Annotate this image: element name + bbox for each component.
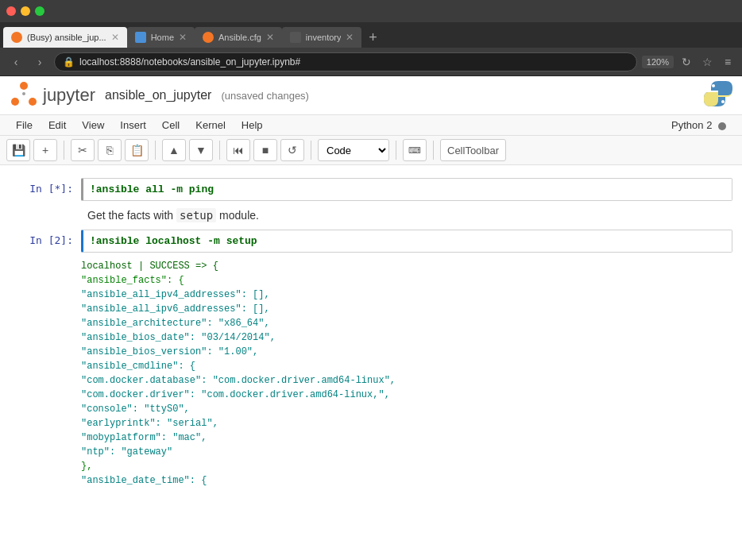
tab-close-inventory[interactable]: ✕ (346, 32, 354, 43)
browser-window: (Busy) ansible_jup... ✕ Home ✕ Ansible.c… (0, 0, 742, 76)
tab-jupyter[interactable]: (Busy) ansible_jup... ✕ (3, 27, 127, 48)
cell-type-select[interactable]: Code (318, 139, 389, 161)
cell-text-container: Get the facts with setup module. (0, 204, 742, 226)
address-bar: ‹ › 🔒 localhost:8888/notebooks/ansible_o… (0, 48, 742, 76)
output-prompt (10, 256, 81, 491)
toolbar-separator-3 (219, 141, 220, 160)
menu-file[interactable]: File (10, 117, 39, 133)
tab-label-jupyter: (Busy) ansible_jup... (27, 33, 106, 42)
cell-1-container: In [*]: !ansible all -m ping (0, 178, 742, 201)
tab-ansible-cfg[interactable]: Ansible.cfg ✕ (195, 27, 282, 48)
tab-favicon-inventory (290, 32, 301, 43)
cell-1-code[interactable]: !ansible all -m ping (81, 178, 732, 201)
output-line-8: "com.docker.database": "com.docker.drive… (81, 373, 732, 388)
output-line-11: "earlyprintk": "serial", (81, 416, 732, 431)
cell-text-body: Get the facts with setup module. (81, 204, 732, 226)
jupyter-logo-text: jupyter (43, 85, 95, 106)
jupyter-app: jupyter ansible_on_jupyter (unsaved chan… (0, 76, 742, 560)
cell-2-container: In [2]: !ansible localhost -m setup (0, 230, 742, 253)
kernel-status-dot (718, 122, 726, 130)
kernel-label: Python 2 (665, 117, 732, 133)
cell-1-prompt: In [*]: (10, 178, 81, 201)
menu-view[interactable]: View (75, 117, 110, 133)
refresh-button[interactable]: ↻ (678, 54, 694, 70)
toolbar-separator-4 (311, 141, 311, 160)
back-button[interactable]: ‹ (6, 52, 25, 71)
toolbar-separator-1 (64, 141, 64, 160)
cell-text-prompt (10, 204, 81, 226)
menu-edit[interactable]: Edit (42, 117, 72, 133)
tabs-bar: (Busy) ansible_jup... ✕ Home ✕ Ansible.c… (0, 22, 742, 48)
cell-2-code[interactable]: !ansible localhost -m setup (81, 230, 732, 253)
move-up-button[interactable]: ▲ (162, 139, 186, 161)
tab-close-home[interactable]: ✕ (179, 32, 187, 43)
title-bar (0, 0, 742, 22)
tab-inventory[interactable]: inventory ✕ (282, 27, 362, 48)
tab-close-ansible-cfg[interactable]: ✕ (266, 32, 274, 43)
output-line-6: "ansible_bios_version": "1.00", (81, 345, 732, 359)
menu-insert[interactable]: Insert (114, 117, 153, 133)
cell-2-content: !ansible localhost -m setup (90, 235, 257, 247)
output-line-5: "ansible_bios_date": "03/14/2014", (81, 330, 732, 345)
forward-button[interactable]: › (30, 52, 49, 71)
output-line-10: "console": "ttyS0", (81, 402, 732, 416)
url-text[interactable]: localhost:8888/notebooks/ansible_on_jupy… (79, 56, 628, 68)
tab-favicon-jupyter (11, 32, 22, 43)
svg-point-4 (712, 84, 715, 87)
cell-2-body: !ansible localhost -m setup (81, 230, 732, 253)
tab-favicon-home (135, 32, 146, 43)
cell-toolbar-button[interactable]: CellToolbar (440, 139, 506, 161)
python-logo-icon (704, 79, 732, 108)
tab-close-jupyter[interactable]: ✕ (111, 32, 119, 43)
move-down-button[interactable]: ▼ (189, 139, 213, 161)
tab-label-inventory: inventory (306, 33, 342, 42)
setup-code: setup (176, 208, 216, 222)
copy-button[interactable]: ⎘ (98, 139, 122, 161)
notebook-content[interactable]: In [*]: !ansible all -m ping Get the fac… (0, 165, 742, 560)
toolbar: 💾 + ✂ ⎘ 📋 ▲ ▼ ⏮ ■ ↺ Code ⌨ CellToolbar (0, 136, 742, 165)
url-bar[interactable]: 🔒 localhost:8888/notebooks/ansible_on_ju… (54, 52, 637, 71)
output-body: localhost | SUCCESS => { "ansible_facts"… (81, 256, 732, 491)
output-line-0: localhost | SUCCESS => { (81, 259, 732, 273)
notebook-title[interactable]: ansible_on_jupyter (105, 88, 211, 102)
keyboard-shortcut-button[interactable]: ⌨ (403, 139, 427, 161)
toolbar-separator-2 (155, 141, 156, 160)
bookmarks-icon[interactable]: ☆ (699, 54, 715, 70)
restart-button[interactable]: ↺ (280, 139, 304, 161)
skip-to-start-button[interactable]: ⏮ (226, 139, 250, 161)
new-tab-button[interactable]: + (361, 27, 384, 48)
traffic-lights (6, 6, 44, 16)
menu-cell[interactable]: Cell (156, 117, 186, 133)
tab-favicon-ansible-cfg (203, 32, 214, 43)
output-line-2: "ansible_all_ipv4_addresses": [], (81, 288, 732, 302)
cell-2-prompt: In [2]: (10, 230, 81, 253)
save-button[interactable]: 💾 (6, 139, 30, 161)
jupyter-logo: jupyter (10, 81, 95, 110)
output-line-15: "ansible_date_time": { (81, 473, 732, 488)
stop-button[interactable]: ■ (253, 139, 277, 161)
output-line-7: "ansible_cmdline": { (81, 359, 732, 373)
output-line-13: "ntp": "gateway" (81, 445, 732, 459)
menu-help[interactable]: Help (235, 117, 269, 133)
close-button[interactable] (6, 6, 16, 16)
cell-text-content: Get the facts with setup module. (81, 204, 732, 226)
zoom-level: 120% (642, 56, 674, 68)
cell-1-body: !ansible all -m ping (81, 178, 732, 201)
output-line-9: "com.docker.driver": "com.docker.driver.… (81, 388, 732, 402)
minimize-button[interactable] (21, 6, 30, 16)
settings-icon[interactable]: ≡ (720, 54, 736, 70)
cut-button[interactable]: ✂ (71, 139, 95, 161)
svg-point-0 (20, 82, 28, 90)
unsaved-changes-label: (unsaved changes) (221, 90, 309, 102)
cell-1-content: !ansible all -m ping (90, 183, 214, 195)
paste-button[interactable]: 📋 (125, 139, 149, 161)
tab-home[interactable]: Home ✕ (127, 27, 195, 48)
svg-point-1 (11, 98, 19, 106)
svg-point-5 (721, 100, 725, 103)
maximize-button[interactable] (35, 6, 44, 16)
menu-bar: File Edit View Insert Cell Kernel Help P… (0, 115, 742, 136)
output-line-3: "ansible_all_ipv6_addresses": [], (81, 302, 732, 316)
add-cell-button[interactable]: + (33, 139, 57, 161)
menu-kernel[interactable]: Kernel (189, 117, 232, 133)
svg-point-2 (29, 98, 37, 106)
